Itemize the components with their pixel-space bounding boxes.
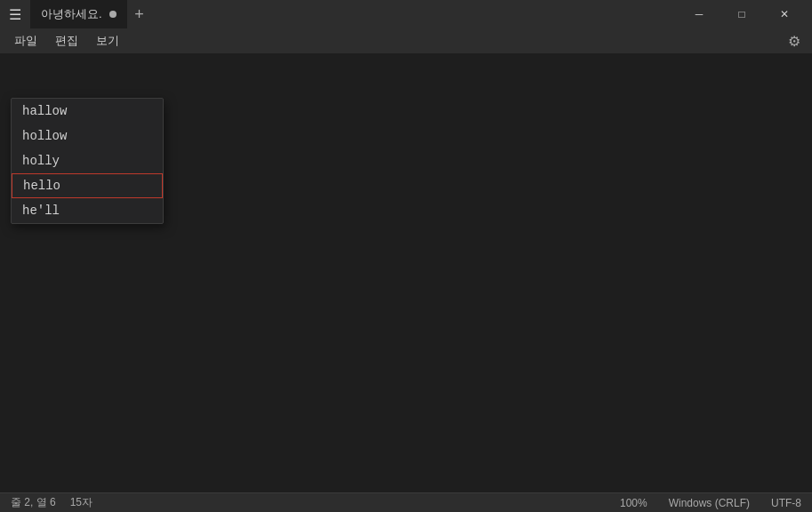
encoding: UTF-8 [771, 497, 801, 509]
autocomplete-item-hell[interactable]: he'll [12, 198, 163, 223]
window-controls: ─ □ ✕ [679, 0, 805, 28]
close-button[interactable]: ✕ [764, 0, 805, 28]
zoom-level: 100% [620, 497, 647, 509]
maximize-icon: □ [738, 8, 744, 20]
menu-file[interactable]: 파일 [7, 31, 44, 51]
app-icon: ☰ [7, 6, 23, 22]
status-right: 100% Windows (CRLF) UTF-8 [620, 497, 801, 509]
autocomplete-item-hello[interactable]: hello [12, 173, 163, 198]
menu-edit[interactable]: 편집 [48, 31, 85, 51]
settings-button[interactable]: ⚙ [784, 30, 805, 52]
tab-title: 아녕하세요. [41, 6, 102, 22]
autocomplete-item-hollow[interactable]: hollow [12, 124, 163, 148]
menubar: 파일 편집 보기 ⚙ [0, 28, 812, 53]
statusbar: 줄 2, 열 6 15자 100% Windows (CRLF) UTF-8 [0, 492, 812, 512]
new-tab-button[interactable]: + [127, 2, 152, 27]
titlebar: ☰ 아녕하세요. + ─ □ ✕ [0, 0, 812, 28]
tab-area: 아녕하세요. + [30, 0, 679, 28]
char-count: 15자 [70, 495, 92, 510]
autocomplete-item-holly[interactable]: holly [12, 148, 163, 173]
minimize-button[interactable]: ─ [679, 0, 720, 28]
menu-items: 파일 편집 보기 [7, 31, 126, 51]
status-left: 줄 2, 열 6 15자 [11, 495, 92, 510]
autocomplete-dropdown: hallow hollow holly hello he'll [11, 98, 164, 224]
cursor-position: 줄 2, 열 6 [11, 495, 56, 510]
autocomplete-item-hallow[interactable]: hallow [12, 99, 163, 124]
maximize-button[interactable]: □ [721, 0, 762, 28]
minimize-icon: ─ [695, 8, 703, 20]
line-ending: Windows (CRLF) [669, 497, 750, 509]
close-icon: ✕ [780, 8, 789, 20]
hamburger-icon: ☰ [9, 6, 21, 23]
active-tab[interactable]: 아녕하세요. [30, 0, 127, 28]
tab-unsaved-dot [109, 11, 117, 18]
menu-view[interactable]: 보기 [89, 31, 126, 51]
editor-area[interactable]: 아녕하세요. heollw hallow hollow holly hello … [0, 53, 812, 492]
